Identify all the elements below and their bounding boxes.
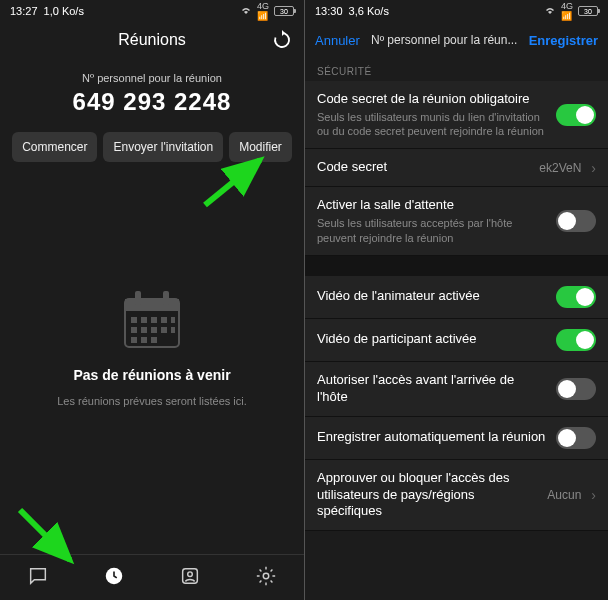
row-label: Autoriser l'accès avant l'arrivée de l'h… — [317, 372, 546, 406]
wifi-icon — [544, 5, 556, 17]
save-button[interactable]: Enregistrer — [529, 33, 598, 48]
row-label: Approuver ou bloquer l'accès des utilisa… — [317, 470, 537, 521]
row-join-before-host[interactable]: Autoriser l'accès avant l'arrivée de l'h… — [305, 362, 608, 417]
page-title: Réunions — [118, 31, 186, 49]
signal-icon: 4G📶 — [561, 1, 573, 21]
battery-icon: 30 — [274, 6, 294, 16]
calendar-icon — [117, 285, 187, 355]
tab-contacts[interactable] — [152, 565, 228, 600]
tab-meetings[interactable] — [76, 565, 152, 600]
toggle[interactable] — [556, 210, 596, 232]
svg-rect-15 — [141, 337, 147, 343]
empty-title: Pas de réunions à venir — [73, 367, 230, 383]
pmi-label: Nº personnel pour la réunion — [0, 72, 304, 84]
modal-header: Annuler Nº personnel pour la réun... Enr… — [305, 22, 608, 58]
toggle[interactable] — [556, 104, 596, 126]
status-bar: 13:30 3,6 Ko/s 4G📶 30 — [305, 0, 608, 22]
battery-icon: 30 — [578, 6, 598, 16]
svg-rect-5 — [141, 317, 147, 323]
start-button[interactable]: Commencer — [12, 132, 97, 162]
svg-rect-8 — [171, 317, 175, 323]
row-label: Vidéo de participant activée — [317, 331, 546, 348]
header: Réunions — [0, 22, 304, 58]
svg-rect-16 — [151, 337, 157, 343]
svg-point-20 — [263, 573, 269, 579]
empty-state: Pas de réunions à venir Les réunions pré… — [0, 178, 304, 554]
row-approve-block[interactable]: Approuver ou bloquer l'accès des utilisa… — [305, 460, 608, 532]
wifi-icon — [240, 5, 252, 17]
row-value: ek2VeN — [539, 161, 581, 175]
row-passcode[interactable]: Code secret ek2VeN › — [305, 149, 608, 187]
edit-button[interactable]: Modifier — [229, 132, 292, 162]
toggle[interactable] — [556, 329, 596, 351]
row-passcode-required[interactable]: Code secret de la réunion obligatoire Se… — [305, 81, 608, 149]
svg-rect-4 — [131, 317, 137, 323]
section-gap — [305, 256, 608, 276]
svg-rect-3 — [163, 291, 169, 305]
svg-rect-9 — [131, 327, 137, 333]
row-label: Vidéo de l'animateur activée — [317, 288, 546, 305]
row-desc: Seuls les utilisateurs acceptés par l'hô… — [317, 216, 546, 245]
row-desc: Seuls les utilisateurs munis du lien d'i… — [317, 110, 546, 139]
row-host-video[interactable]: Vidéo de l'animateur activée — [305, 276, 608, 319]
svg-point-19 — [188, 572, 193, 577]
row-waiting-room[interactable]: Activer la salle d'attente Seuls les uti… — [305, 187, 608, 255]
row-label: Enregistrer automatiquement la réunion — [317, 429, 546, 446]
clock: 13:30 — [315, 5, 343, 17]
net-speed: 3,6 Ko/s — [349, 5, 389, 17]
tab-chat[interactable] — [0, 565, 76, 600]
svg-rect-2 — [135, 291, 141, 305]
signal-icon: 4G📶 — [257, 1, 269, 21]
edit-meeting-screen: 13:30 3,6 Ko/s 4G📶 30 Annuler Nº personn… — [304, 0, 608, 600]
svg-rect-14 — [131, 337, 137, 343]
svg-rect-11 — [151, 327, 157, 333]
clock: 13:27 — [10, 5, 38, 17]
section-security: SÉCURITÉ — [305, 58, 608, 81]
refresh-button[interactable] — [272, 30, 292, 54]
action-row: Commencer Envoyer l'invitation Modifier — [8, 132, 296, 162]
toggle[interactable] — [556, 378, 596, 400]
pmi-number: 649 293 2248 — [0, 88, 304, 116]
tab-settings[interactable] — [228, 565, 304, 600]
modal-title: Nº personnel pour la réun... — [368, 33, 521, 47]
toggle[interactable] — [556, 286, 596, 308]
send-invitation-button[interactable]: Envoyer l'invitation — [103, 132, 223, 162]
svg-rect-12 — [161, 327, 167, 333]
svg-rect-1 — [125, 299, 179, 311]
svg-rect-13 — [171, 327, 175, 333]
net-speed: 1,0 Ko/s — [44, 5, 84, 17]
tab-bar — [0, 554, 304, 600]
row-label: Code secret — [317, 159, 529, 176]
chevron-right-icon: › — [591, 160, 596, 176]
meetings-screen: 13:27 1,0 Ko/s 4G📶 30 Réunions Nº person… — [0, 0, 304, 600]
svg-rect-7 — [161, 317, 167, 323]
cancel-button[interactable]: Annuler — [315, 33, 360, 48]
chevron-right-icon: › — [591, 487, 596, 503]
svg-rect-10 — [141, 327, 147, 333]
row-label: Code secret de la réunion obligatoire — [317, 91, 546, 108]
empty-subtitle: Les réunions prévues seront listées ici. — [57, 395, 247, 407]
row-auto-record[interactable]: Enregistrer automatiquement la réunion — [305, 417, 608, 460]
svg-rect-6 — [151, 317, 157, 323]
toggle[interactable] — [556, 427, 596, 449]
status-bar: 13:27 1,0 Ko/s 4G📶 30 — [0, 0, 304, 22]
row-value: Aucun — [547, 488, 581, 502]
row-label: Activer la salle d'attente — [317, 197, 546, 214]
row-participant-video[interactable]: Vidéo de participant activée — [305, 319, 608, 362]
